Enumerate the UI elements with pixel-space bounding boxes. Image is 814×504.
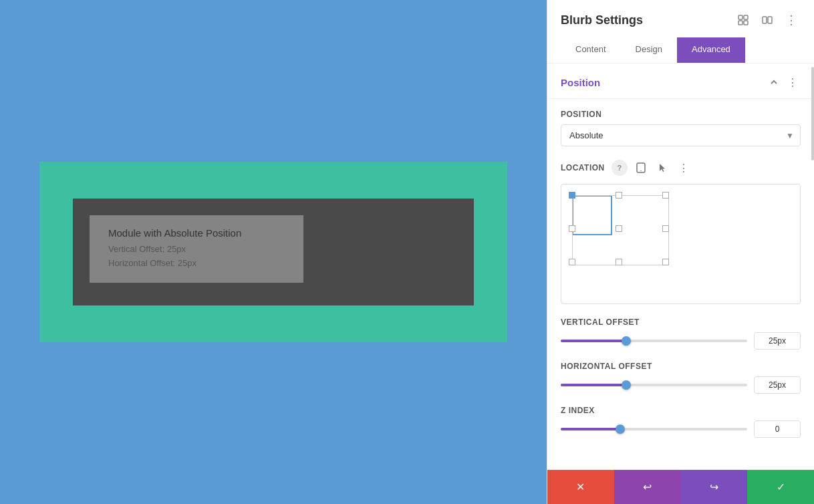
settings-panel: Blurb Settings ⋮ <box>547 0 814 504</box>
location-icons: ? ⋮ <box>612 160 692 176</box>
panel-footer: ✕ ↩ ↪ ✓ <box>547 469 814 504</box>
module-box: Module with Absolute Position Vertical O… <box>90 215 303 283</box>
vertical-offset-row: Vertical Offset <box>561 318 801 350</box>
outer-container: Module with Absolute Position Vertical O… <box>39 162 507 342</box>
panel-title: Blurb Settings <box>561 13 643 27</box>
grid-dot-mid-right[interactable] <box>662 225 669 232</box>
more-icon: ⋮ <box>785 14 797 26</box>
section-actions: ⋮ <box>766 74 801 90</box>
inner-container: Module with Absolute Position Vertical O… <box>73 199 474 305</box>
svg-rect-0 <box>738 15 742 19</box>
svg-rect-4 <box>763 17 767 23</box>
vertical-offset-slider-row <box>561 332 801 350</box>
horizontal-offset-label: Horizontal Offset <box>561 362 801 371</box>
grid-dot-mid-center[interactable] <box>616 225 622 232</box>
grid-container <box>572 195 669 265</box>
panel-content: Position ⋮ Position Static Relative <box>547 64 814 469</box>
resize-icon-btn[interactable] <box>734 11 753 29</box>
vertical-offset-label: Vertical Offset <box>561 318 801 327</box>
section-more-btn[interactable]: ⋮ <box>785 74 801 90</box>
position-select[interactable]: Static Relative Absolute Fixed <box>561 124 801 146</box>
tabs-row: Content Design Advanced <box>561 37 801 63</box>
location-cursor-icon[interactable] <box>654 160 670 176</box>
cancel-icon: ✕ <box>576 481 585 493</box>
undo-icon: ↩ <box>643 481 652 493</box>
vertical-offset-fill <box>561 340 626 342</box>
grid-dot-bot-center[interactable] <box>616 259 622 265</box>
grid-dot-mid-left[interactable] <box>569 225 575 232</box>
canvas-area: Module with Absolute Position Vertical O… <box>0 0 547 504</box>
save-icon: ✓ <box>777 481 785 493</box>
z-index-fill <box>561 428 620 430</box>
tab-content[interactable]: Content <box>561 37 621 63</box>
z-index-input[interactable] <box>754 420 801 438</box>
position-label: Position <box>561 110 801 119</box>
svg-rect-3 <box>744 21 748 25</box>
horizontal-offset-row: Horizontal Offset <box>561 362 801 394</box>
more-options-icon-btn[interactable]: ⋮ <box>782 11 801 29</box>
horizontal-offset-slider-row <box>561 376 801 394</box>
z-index-row: Z Index <box>561 406 801 438</box>
tab-advanced[interactable]: Advanced <box>677 37 745 63</box>
location-more-icon[interactable]: ⋮ <box>676 160 692 176</box>
section-collapse-btn[interactable] <box>766 74 782 90</box>
horizontal-offset-track[interactable] <box>561 384 747 386</box>
cancel-button[interactable]: ✕ <box>547 470 614 504</box>
scrollbar[interactable] <box>811 67 814 160</box>
z-index-track[interactable] <box>561 428 747 430</box>
undo-button[interactable]: ↩ <box>614 470 681 504</box>
tab-design[interactable]: Design <box>621 37 677 63</box>
grid-position[interactable] <box>561 184 801 304</box>
horizontal-offset-thumb[interactable] <box>622 380 631 390</box>
location-tablet-icon[interactable] <box>633 160 649 176</box>
redo-icon: ↪ <box>710 481 718 493</box>
svg-rect-1 <box>744 15 748 19</box>
z-index-slider-row <box>561 420 801 438</box>
module-vertical-offset: Vertical Offset: 25px <box>108 243 285 257</box>
save-button[interactable]: ✓ <box>747 470 814 504</box>
location-row: Location ? ⋮ <box>561 160 801 176</box>
location-label: Location <box>561 163 605 172</box>
module-title: Module with Absolute Position <box>108 227 285 239</box>
grid-dot-bot-left[interactable] <box>569 259 575 265</box>
z-index-thumb[interactable] <box>616 424 625 434</box>
section-header: Position ⋮ <box>547 64 814 99</box>
location-help-icon[interactable]: ? <box>612 160 628 176</box>
grid-dot-bot-right[interactable] <box>662 259 669 265</box>
vertical-offset-input[interactable] <box>754 332 801 350</box>
panel-title-row: Blurb Settings ⋮ <box>561 11 801 29</box>
panel-header: Blurb Settings ⋮ <box>547 0 814 64</box>
horizontal-offset-fill <box>561 384 626 386</box>
section-title: Position <box>561 77 600 88</box>
z-index-label: Z Index <box>561 406 801 415</box>
svg-rect-5 <box>768 17 772 23</box>
grid-dot-top-right[interactable] <box>662 192 669 199</box>
redo-button[interactable]: ↪ <box>681 470 748 504</box>
vertical-offset-thumb[interactable] <box>622 336 631 346</box>
section-body: Position Static Relative Absolute Fixed … <box>547 99 814 461</box>
vertical-offset-track[interactable] <box>561 340 747 342</box>
position-select-wrapper: Static Relative Absolute Fixed ▼ <box>561 124 801 146</box>
section-more-icon: ⋮ <box>787 76 798 89</box>
svg-rect-2 <box>738 21 742 25</box>
columns-icon-btn[interactable] <box>758 11 777 29</box>
grid-dot-top-left[interactable] <box>569 192 575 199</box>
panel-icons: ⋮ <box>734 11 801 29</box>
module-horizontal-offset: Horizontal Offset: 25px <box>108 257 285 271</box>
grid-dot-top-center[interactable] <box>616 192 622 199</box>
horizontal-offset-input[interactable] <box>754 376 801 394</box>
